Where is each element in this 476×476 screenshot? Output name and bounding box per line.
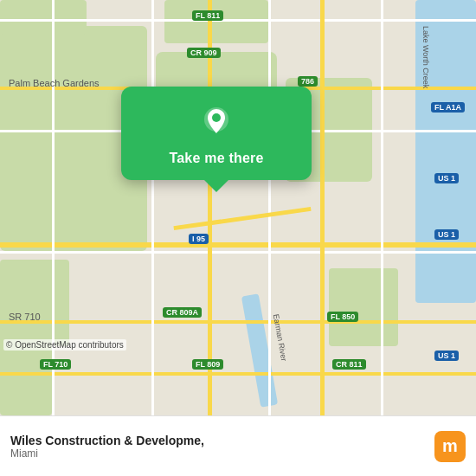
green-area-se	[329, 268, 398, 346]
location-info: Wiles Construction & Developme, Miami	[10, 434, 434, 460]
bottom-bar: Wiles Construction & Developme, Miami m	[0, 415, 476, 476]
map-label-sr710: SR 710	[9, 312, 41, 322]
badge-fl710: FL 710	[40, 359, 71, 370]
road-h3	[0, 251, 476, 254]
badge-fl811: FL 811	[192, 10, 223, 21]
badge-fla1a: FL A1A	[431, 102, 465, 113]
badge-cr909: CR 909	[187, 48, 221, 58]
badge-cr811: CR 811	[332, 359, 366, 370]
map-label-lwc: Lake Worth Creek	[421, 26, 430, 88]
moovit-logo: m	[434, 431, 466, 462]
road-v-main	[208, 0, 212, 415]
svg-point-1	[212, 113, 221, 122]
map-container: Palm Beach Gardens SR 710 Lake Worth Cre…	[0, 0, 476, 415]
badge-us1-1: US 1	[434, 173, 459, 183]
green-area-north	[164, 0, 268, 43]
badge-fl850: FL 850	[327, 312, 358, 322]
badge-i95: I 95	[189, 234, 209, 244]
road-v1	[52, 0, 55, 415]
road-v4	[268, 0, 271, 415]
road-us1	[320, 0, 325, 415]
road-fl710	[0, 372, 476, 376]
badge-us1-3: US 1	[434, 351, 459, 361]
popup-card: Take me there	[121, 87, 312, 180]
osm-credit: © OpenStreetMap contributors	[3, 339, 126, 351]
moovit-icon: m	[434, 431, 466, 462]
road-cr809a	[0, 320, 476, 324]
road-v3	[381, 0, 383, 415]
location-pin-icon	[197, 104, 235, 142]
take-me-there-button[interactable]: Take me there	[169, 151, 263, 166]
road-i95	[0, 242, 476, 248]
road-v2	[151, 0, 154, 415]
location-city: Miami	[10, 447, 434, 460]
badge-786: 786	[298, 76, 318, 87]
green-area-nw	[0, 0, 87, 35]
badge-cr809a: CR 809A	[163, 307, 202, 318]
road-h1	[0, 19, 476, 22]
badge-fl809: FL 809	[192, 359, 223, 370]
map-label-pbg: Palm Beach Gardens	[9, 78, 100, 88]
badge-us1-2: US 1	[434, 229, 459, 240]
location-name: Wiles Construction & Developme,	[10, 434, 434, 447]
